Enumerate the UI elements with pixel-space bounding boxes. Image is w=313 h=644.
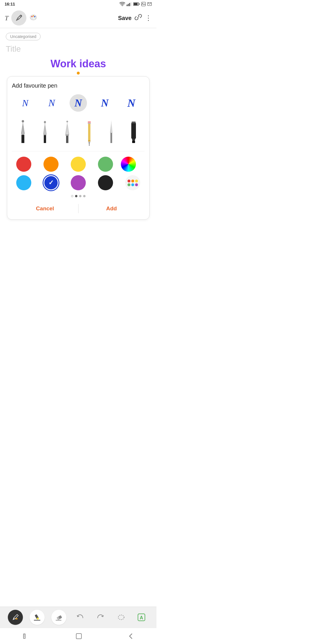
pen-type-4[interactable] <box>80 117 99 146</box>
svg-rect-4 <box>131 2 132 6</box>
color-yellow[interactable] <box>71 157 86 172</box>
title-field[interactable]: Title <box>6 44 151 54</box>
pen-style-bold[interactable]: N <box>96 94 114 112</box>
svg-rect-2 <box>128 4 129 6</box>
svg-point-13 <box>31 16 32 17</box>
svg-rect-24 <box>44 135 46 143</box>
pen-images-row <box>12 117 145 151</box>
add-button[interactable]: Add <box>79 202 145 215</box>
svg-rect-25 <box>43 134 46 135</box>
color-purple[interactable] <box>71 175 86 190</box>
page-dot-1 <box>75 195 77 197</box>
wifi-icon <box>119 2 125 6</box>
page-dot-3 <box>83 195 85 197</box>
svg-rect-46 <box>131 123 136 139</box>
gallery-icon <box>141 2 146 6</box>
pen-styles-row: N N N N N <box>12 94 145 112</box>
svg-rect-6 <box>139 3 140 5</box>
color-rainbow[interactable] <box>121 157 136 172</box>
svg-point-29 <box>44 121 46 123</box>
color-green[interactable] <box>98 157 113 172</box>
svg-marker-48 <box>132 139 135 141</box>
color-red[interactable] <box>16 157 31 172</box>
email-icon <box>147 2 152 6</box>
link-button[interactable] <box>134 13 142 23</box>
note-title: Work ideas <box>6 58 151 70</box>
battery-icon <box>133 2 140 6</box>
svg-point-15 <box>34 16 35 17</box>
signal-icon <box>127 2 132 6</box>
svg-rect-30 <box>66 135 68 143</box>
color-darkblue[interactable]: ✓ <box>43 175 59 190</box>
pen-type-2[interactable] <box>36 117 54 146</box>
svg-rect-43 <box>110 133 112 143</box>
pen-style-thin[interactable]: N <box>17 94 34 112</box>
svg-point-14 <box>33 15 34 17</box>
svg-rect-7 <box>134 3 138 5</box>
save-button[interactable]: Save <box>118 15 132 21</box>
top-toolbar: T Save ⋮ <box>0 8 156 28</box>
page-dot-2 <box>79 195 81 197</box>
pen-mode-button[interactable] <box>11 10 26 26</box>
page-indicators: ⏱ <box>12 195 145 197</box>
pen-icon <box>15 14 23 22</box>
pen-picker-title: Add favourite pen <box>12 82 145 89</box>
pen-style-extrabold[interactable]: N <box>123 94 140 112</box>
svg-rect-1 <box>127 5 128 6</box>
svg-point-35 <box>66 121 68 122</box>
svg-rect-47 <box>132 122 136 123</box>
pen-type-5[interactable] <box>102 117 121 146</box>
svg-rect-19 <box>21 134 24 135</box>
svg-point-42 <box>89 145 90 146</box>
status-time: 16:11 <box>5 2 15 6</box>
more-options-button[interactable]: ⋮ <box>145 14 152 22</box>
svg-point-0 <box>122 6 123 6</box>
svg-point-23 <box>22 120 24 122</box>
svg-rect-3 <box>129 3 130 6</box>
content-area: Uncategorised Title Work ideas Add favou… <box>0 28 156 224</box>
svg-rect-49 <box>132 141 135 143</box>
color-black[interactable] <box>98 175 113 190</box>
pen-style-medium[interactable]: N <box>43 94 60 112</box>
svg-point-17 <box>34 18 35 19</box>
svg-rect-31 <box>65 134 69 136</box>
action-buttons: Cancel Add <box>12 202 145 215</box>
pen-type-3[interactable] <box>58 117 77 146</box>
pen-type-1[interactable] <box>14 117 32 146</box>
pen-style-semibold[interactable]: N <box>70 94 87 112</box>
palette-button[interactable] <box>29 13 37 23</box>
svg-rect-18 <box>21 134 24 143</box>
cancel-button[interactable]: Cancel <box>12 202 78 215</box>
link-icon <box>134 13 142 21</box>
svg-rect-39 <box>88 123 91 124</box>
category-badge[interactable]: Uncategorised <box>6 33 41 40</box>
color-multicolor[interactable] <box>125 175 140 190</box>
text-mode-button[interactable]: T <box>5 14 8 22</box>
status-bar: 16:11 <box>0 0 156 8</box>
pen-type-6[interactable] <box>124 117 143 146</box>
color-grid: ✓ <box>12 157 145 190</box>
svg-rect-37 <box>88 123 90 140</box>
palette-icon <box>29 13 37 21</box>
pen-picker-card: Add favourite pen N N N N N <box>7 76 150 220</box>
note-indicator <box>6 72 151 75</box>
page-dot-clock: ⏱ <box>71 195 73 197</box>
color-blue[interactable] <box>16 175 31 190</box>
color-orange[interactable] <box>43 157 59 172</box>
status-icons <box>119 2 152 6</box>
